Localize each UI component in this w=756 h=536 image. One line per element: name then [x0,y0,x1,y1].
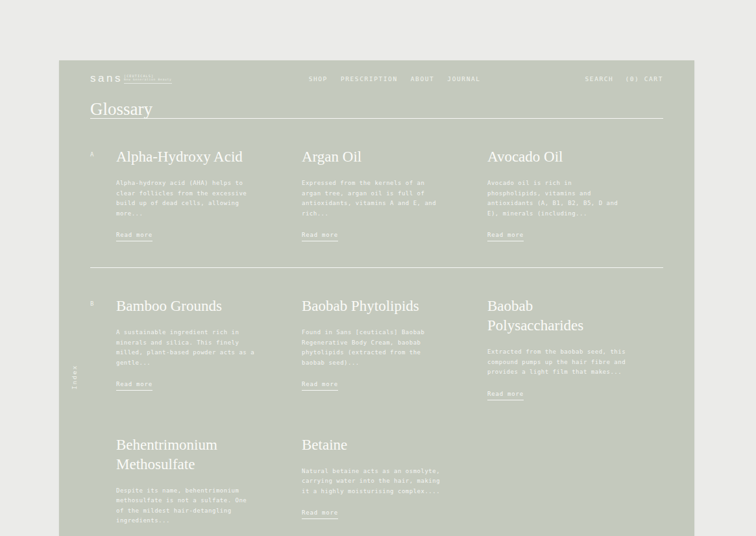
entry-excerpt: Alpha-hydroxy acid (AHA) helps to clear … [116,178,258,219]
entry-title: Betaine [302,435,443,455]
brand-logo-side: [CEUTICALS] New Generation Beauty [124,74,172,84]
main-nav: SHOP PRESCRIPTION ABOUT JOURNAL [309,75,481,82]
read-more-link[interactable]: Read more [302,232,338,241]
entry-excerpt: Despite its name, behentrimonium methosu… [116,486,258,526]
section-entries: Alpha-Hydroxy Acid Alpha-hydroxy acid (A… [116,147,673,241]
brand-logo[interactable]: sans [CEUTICALS] New Generation Beauty [90,74,172,84]
read-more-link[interactable]: Read more [487,391,524,400]
entry-title: Baobab Polysaccharides [487,297,629,335]
util-link-search[interactable]: SEARCH [585,75,614,82]
glossary-entry: Alpha-Hydroxy Acid Alpha-hydroxy acid (A… [116,147,258,241]
read-more-link[interactable]: Read more [116,381,152,391]
glossary-entry: Avocado Oil Avocado oil is rich in phosp… [487,147,629,241]
page-title: Glossary [90,100,663,118]
section-entries: Bamboo Grounds A sustainable ingredient … [116,297,673,536]
glossary-entry: Baobab Phytolipids Found in Sans [ceutic… [302,297,443,400]
glossary-entry: Betaine Natural betaine acts as an osmol… [302,435,443,536]
read-more-link[interactable]: Read more [116,232,152,241]
entry-title: Avocado Oil [487,147,629,167]
site-header: sans [CEUTICALS] New Generation Beauty S… [90,60,663,86]
glossary-page: sans [CEUTICALS] New Generation Beauty S… [59,60,694,536]
glossary-entry: Argan Oil Expressed from the kernels of … [302,147,443,241]
nav-link-shop[interactable]: SHOP [309,75,328,82]
index-vertical-label: Index [71,365,78,390]
glossary-entry: Behentrimonium Methosulfate Despite its … [116,435,258,536]
utility-nav: SEARCH (0) CART [585,75,663,82]
entry-title: Argan Oil [302,147,443,167]
nav-link-about[interactable]: ABOUT [411,75,435,82]
entry-title: Behentrimonium Methosulfate [116,435,258,474]
entry-excerpt: Expressed from the kernels of an argan t… [302,178,443,219]
nav-link-prescription[interactable]: PRESCRIPTION [341,75,398,82]
glossary-entry: Bamboo Grounds A sustainable ingredient … [116,297,258,400]
read-more-link[interactable]: Read more [487,232,524,241]
section-body: A Alpha-Hydroxy Acid Alpha-hydroxy acid … [90,119,663,267]
glossary-entry: Baobab Polysaccharides Extracted from th… [487,297,629,400]
section-letter: A [90,147,116,241]
entry-excerpt: A sustainable ingredient rich in mineral… [116,328,258,368]
section-letter: B [90,297,116,536]
brand-tagline: New Generation Beauty [124,78,172,84]
glossary-section: B Bamboo Grounds A sustainable ingredien… [90,267,663,536]
read-more-link[interactable]: Read more [302,381,338,391]
brand-name: sans [90,74,123,83]
entry-excerpt: Avocado oil is rich in phospholipids, vi… [487,178,629,219]
nav-link-journal[interactable]: JOURNAL [447,75,480,82]
entry-title: Baobab Phytolipids [302,297,443,316]
desktop-background: sans [CEUTICALS] New Generation Beauty S… [0,0,756,536]
entry-excerpt: Found in Sans [ceuticals] Baobab Regener… [302,328,443,368]
entry-excerpt: Extracted from the baobab seed, this com… [487,347,629,378]
entry-title: Bamboo Grounds [116,297,258,316]
util-link-0-cart[interactable]: (0) CART [625,75,663,82]
read-more-link[interactable]: Read more [302,509,338,519]
entry-excerpt: Natural betaine acts as an osmolyte, car… [302,467,443,497]
glossary-section: A Alpha-Hydroxy Acid Alpha-hydroxy acid … [90,118,663,267]
entry-title: Alpha-Hydroxy Acid [116,147,258,167]
glossary-sections: A Alpha-Hydroxy Acid Alpha-hydroxy acid … [90,118,663,536]
section-body: B Bamboo Grounds A sustainable ingredien… [90,268,663,536]
